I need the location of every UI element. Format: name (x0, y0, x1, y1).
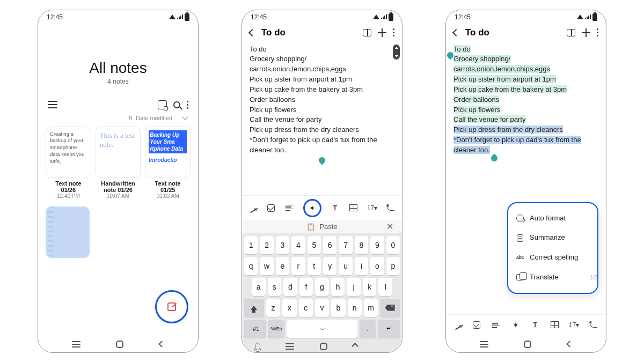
ai-assist-button[interactable]: ✦ (303, 199, 321, 217)
key-4[interactable]: 4 (291, 236, 305, 254)
checkbox-icon[interactable] (267, 204, 275, 212)
text-style-icon[interactable] (286, 205, 294, 211)
paste-label[interactable]: Paste (319, 223, 337, 231)
note-card[interactable]: This is a test note. Handwritten note 01… (96, 127, 141, 199)
undo-icon[interactable] (387, 205, 394, 211)
nav-recents[interactable] (286, 346, 294, 347)
text-style-icon[interactable] (492, 322, 500, 328)
pdf-export-icon[interactable] (158, 100, 167, 109)
key-c[interactable]: c (299, 299, 313, 317)
nav-recents[interactable] (72, 344, 80, 345)
nav-back[interactable] (158, 341, 165, 348)
nav-home[interactable] (320, 343, 327, 350)
nav-home[interactable] (116, 341, 123, 348)
scroll-handle[interactable] (393, 45, 400, 60)
more-icon[interactable] (597, 28, 598, 36)
shift-key[interactable] (244, 299, 264, 317)
key-h[interactable]: h (331, 278, 345, 296)
key-a[interactable]: a (252, 278, 266, 296)
key-x[interactable]: x (282, 299, 296, 317)
undo-icon[interactable] (590, 322, 597, 328)
sort-row[interactable]: ⇅ Date modified (38, 113, 198, 127)
key-5[interactable]: 5 (308, 236, 321, 254)
handwriting-icon[interactable] (453, 321, 462, 329)
key-t[interactable]: t (308, 257, 321, 275)
ai-summarize[interactable]: Summarize (509, 228, 596, 248)
add-icon[interactable] (582, 28, 590, 37)
cursor-handle[interactable] (318, 156, 327, 165)
key-k[interactable]: k (363, 278, 377, 296)
key-q[interactable]: q (244, 257, 258, 275)
table-icon[interactable] (551, 321, 559, 328)
more-icon[interactable] (393, 28, 394, 36)
key-z[interactable]: z (266, 299, 280, 317)
ai-translate[interactable]: Translate (509, 268, 596, 287)
key-l[interactable]: l (378, 278, 392, 296)
key-0[interactable]: 0 (386, 236, 400, 254)
key-m[interactable]: m (364, 299, 378, 317)
key-p[interactable]: p (386, 257, 400, 275)
key-1[interactable]: 1 (244, 236, 258, 254)
note-body-selected[interactable]: To do Grocery shopping/ carrots,onion,le… (446, 41, 606, 314)
key-r[interactable]: r (291, 257, 305, 275)
close-icon[interactable]: ✕ (386, 221, 393, 232)
ai-auto-format[interactable]: Auto format (509, 209, 596, 228)
key-e[interactable]: e (276, 257, 289, 275)
period-key[interactable]: . (360, 320, 375, 338)
key-8[interactable]: 8 (355, 236, 368, 254)
key-7[interactable]: 7 (339, 236, 352, 254)
key-b[interactable]: b (331, 299, 345, 317)
more-icon[interactable] (187, 101, 188, 109)
symbols-key[interactable]: !#1 (244, 320, 266, 338)
nav-home[interactable] (524, 341, 531, 348)
key-u[interactable]: u (339, 257, 352, 275)
lang-key[interactable]: %/En (268, 320, 284, 338)
text-format-icon[interactable] (530, 320, 540, 330)
note-card[interactable]: Backing Up Your Sma rtphone Data Introdu… (145, 127, 191, 199)
backspace-key[interactable] (380, 299, 400, 317)
table-icon[interactable] (349, 204, 357, 211)
note-line: Order balloons (453, 95, 499, 104)
reader-mode-icon[interactable] (567, 29, 575, 36)
note-card[interactable]: Creating a backup of your smartphone dat… (46, 127, 91, 199)
selection-end-handle[interactable] (490, 153, 499, 162)
ai-assist-button[interactable]: ✦ (511, 320, 521, 330)
key-w[interactable]: w (260, 257, 273, 275)
space-key[interactable]: ⌣ (287, 320, 358, 338)
folder-card[interactable] (46, 206, 90, 258)
mic-icon[interactable] (255, 343, 260, 350)
key-d[interactable]: d (283, 278, 297, 296)
search-icon[interactable] (173, 101, 180, 108)
nav-back[interactable] (352, 343, 358, 350)
key-f[interactable]: f (299, 278, 313, 296)
key-o[interactable]: o (370, 257, 384, 275)
ai-correct-spelling[interactable]: abc Correct spelling (509, 248, 596, 268)
key-v[interactable]: v (315, 299, 329, 317)
nav-recents[interactable] (480, 344, 488, 345)
font-size-picker[interactable]: 17▾ (569, 320, 579, 330)
key-6[interactable]: 6 (323, 236, 336, 254)
key-i[interactable]: i (355, 257, 368, 275)
reader-mode-icon[interactable] (363, 29, 371, 36)
back-button[interactable] (248, 28, 256, 36)
enter-key[interactable]: ↵ (378, 320, 400, 338)
key-g[interactable]: g (315, 278, 329, 296)
sort-direction-icon[interactable] (182, 114, 188, 120)
checkbox-icon[interactable] (473, 321, 480, 329)
new-note-fab[interactable] (157, 292, 186, 321)
key-y[interactable]: y (323, 257, 336, 275)
handwriting-icon[interactable] (248, 204, 257, 212)
key-2[interactable]: 2 (260, 236, 273, 254)
text-format-icon[interactable] (330, 203, 340, 213)
font-size-picker[interactable]: 17▾ (367, 203, 377, 213)
back-button[interactable] (452, 28, 460, 36)
menu-icon[interactable] (48, 104, 57, 105)
key-n[interactable]: n (348, 299, 362, 317)
note-body[interactable]: To do Grocery shopping/ carrots,onion,le… (242, 41, 402, 195)
key-s[interactable]: s (268, 278, 282, 296)
key-3[interactable]: 3 (276, 236, 289, 254)
key-9[interactable]: 9 (370, 236, 384, 254)
nav-back[interactable] (566, 341, 573, 348)
key-j[interactable]: j (347, 278, 361, 296)
add-icon[interactable] (378, 28, 386, 37)
